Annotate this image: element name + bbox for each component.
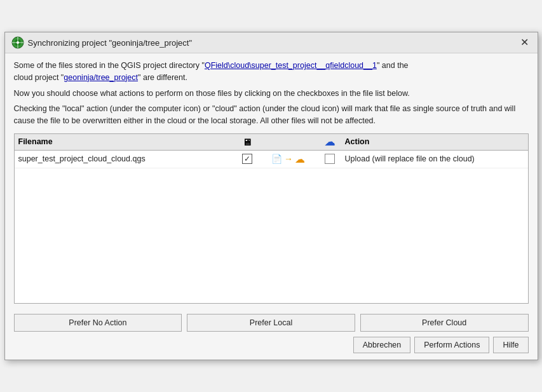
close-button[interactable]: ✕ [518,37,531,48]
info-line2: Now you should choose what actions to pe… [14,88,529,100]
row-action: Upload (will replace file on the cloud) [342,154,524,163]
prefer-local-button[interactable]: Prefer Local [187,314,355,332]
title-bar: Synchronizing project "geoninja/tree_pro… [5,32,538,53]
table-body: super_test_project_cloud_cloud.qgs ✓ 📄 →… [15,151,528,303]
row-filename: super_test_project_cloud_cloud.qgs [18,154,234,163]
prefer-no-action-button[interactable]: Prefer No Action [14,314,182,332]
col-cloud-header: ☁ [317,136,342,148]
window-title: Synchronizing project "geoninja/tree_pro… [28,38,193,48]
local-check[interactable]: ✓ [242,154,252,164]
col-local-header: 🖥 [234,137,260,147]
info-link2[interactable]: geoninja/tree_project [64,73,138,82]
monitor-header-icon: 🖥 [242,137,252,147]
row-local-checkbox[interactable]: ✓ [234,154,260,164]
table-row: super_test_project_cloud_cloud.qgs ✓ 📄 →… [15,151,528,168]
qgis-logo-icon [11,36,24,49]
cloud-file-icon: ☁ [295,153,305,165]
col-action-header: Action [342,137,524,146]
info-mid: " and the [377,61,409,70]
doc-icon: 📄 [271,154,282,164]
info-post: cloud project " [14,73,64,82]
col-filename-header: Filename [18,137,234,146]
cloud-check[interactable] [325,154,335,164]
perform-actions-button[interactable]: Perform Actions [414,337,489,353]
content-area: Some of the files stored in the QGIS pro… [5,53,538,309]
row-cloud-checkbox[interactable] [317,154,342,164]
hilfe-button[interactable]: Hilfe [493,337,528,353]
info-link1[interactable]: QField\cloud\super_test_project__qfieldc… [205,61,377,70]
cloud-header-icon: ☁ [325,136,335,148]
info-line3: Checking the "local" action (under the c… [14,103,529,127]
prefer-buttons-row: Prefer No Action Prefer Local Prefer Clo… [5,309,538,334]
info-end: " are different. [138,73,187,82]
abbrechen-button[interactable]: Abbrechen [353,337,410,353]
info-pre: Some of the files stored in the QGIS pro… [14,61,205,70]
table-header: Filename 🖥 ☁ Action [15,134,528,151]
row-icons: 📄 → ☁ [260,153,317,165]
file-table: Filename 🖥 ☁ Action super_test_project_c… [14,133,529,304]
action-buttons-row: Abbrechen Perform Actions Hilfe [5,334,538,360]
prefer-cloud-button[interactable]: Prefer Cloud [360,314,529,332]
arrow-icon: → [284,154,293,164]
title-bar-left: Synchronizing project "geoninja/tree_pro… [11,36,193,49]
info-line1: Some of the files stored in the QGIS pro… [14,60,529,84]
dialog-window: Synchronizing project "geoninja/tree_pro… [4,32,538,360]
